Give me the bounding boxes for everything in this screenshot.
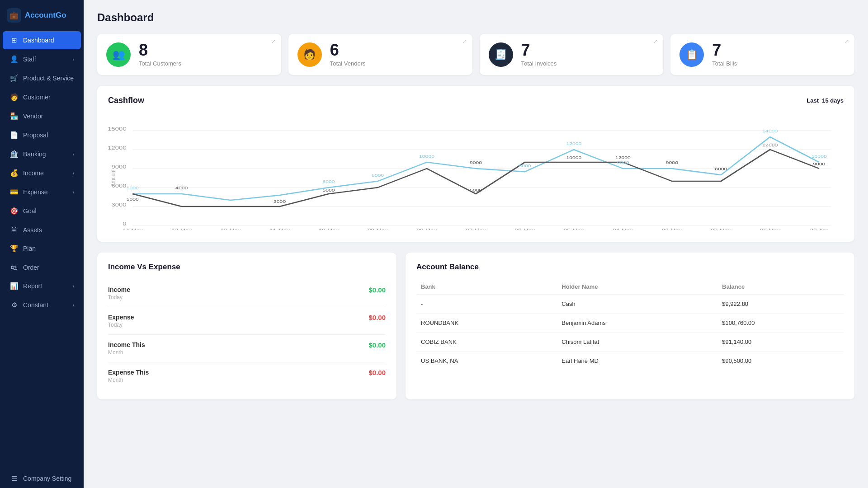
nav-label-goal: Goal [23, 207, 74, 215]
nav-item-report[interactable]: 📊 Report › [3, 277, 81, 295]
income-expense-section: Income Vs Expense Income Today $0.00 Exp… [97, 253, 396, 399]
nav-label-banking: Banking [23, 150, 68, 158]
nav-label-constant: Constant [23, 301, 68, 309]
svg-text:8000: 8000 [715, 167, 727, 171]
svg-text:15000: 15000 [108, 126, 127, 132]
expense-arrow-icon: › [73, 190, 74, 195]
cell-balance: $90,500.00 [717, 352, 844, 371]
nav-item-plan[interactable]: 🏆 Plan [3, 239, 81, 258]
stat-card-customers: ⤢ 👥 8 Total Customers [97, 34, 281, 75]
nav-label-vendor: Vendor [23, 113, 74, 120]
svg-text:02-May: 02-May [711, 228, 731, 230]
nav-item-assets[interactable]: 🏛 Assets [3, 221, 81, 239]
cell-holder: Benjamin Adams [557, 314, 717, 333]
dashboard-icon: ⊞ [9, 36, 19, 44]
nav-item-company-setting[interactable]: ☰ Company Setting [3, 469, 81, 488]
expand-icon-customers[interactable]: ⤢ [271, 38, 276, 45]
nav-label-plan: Plan [23, 245, 74, 252]
expense-month-label: Expense This [108, 369, 149, 376]
nav-item-vendor[interactable]: 🏪 Vendor [3, 107, 81, 125]
invoices-label: Total Invoices [521, 60, 557, 67]
svg-text:10000: 10000 [811, 154, 827, 159]
nav-item-banking[interactable]: 🏦 Banking › [3, 145, 81, 163]
svg-text:Amount: Amount [109, 169, 117, 187]
expand-icon-bills[interactable]: ⤢ [844, 38, 849, 45]
cell-balance: $91,140.00 [717, 333, 844, 352]
svg-text:4000: 4000 [175, 186, 188, 190]
invoices-info: 7 Total Invoices [521, 42, 557, 67]
order-icon: 🛍 [9, 263, 19, 271]
stat-card-vendors: ⤢ 🧑 6 Total Vendors [288, 34, 472, 75]
svg-text:11-May: 11-May [269, 228, 290, 230]
invoices-number: 7 [521, 42, 557, 58]
nav-label-expense: Expense [23, 188, 68, 196]
nav-item-product-service[interactable]: 🛒 Product & Service [3, 69, 81, 87]
svg-text:01-May: 01-May [760, 228, 780, 230]
nav-item-dashboard[interactable]: ⊞ Dashboard [3, 31, 81, 49]
report-icon: 📊 [9, 282, 19, 290]
svg-text:9000: 9000 [617, 160, 629, 165]
svg-text:3000: 3000 [274, 199, 286, 204]
expense-today-info: Expense Today [108, 314, 134, 328]
nav-label-company-setting: Company Setting [23, 475, 74, 482]
banking-arrow-icon: › [73, 152, 74, 157]
svg-text:10000: 10000 [566, 155, 581, 160]
expand-icon-vendors[interactable]: ⤢ [462, 38, 467, 45]
svg-text:6000: 6000 [323, 179, 335, 184]
svg-text:07-May: 07-May [466, 228, 486, 230]
banking-icon: 🏦 [9, 150, 19, 158]
income-month-sub: Month [108, 349, 145, 356]
expense-today-sub: Today [108, 322, 134, 328]
customers-icon: 👥 [106, 42, 131, 67]
nav-item-constant[interactable]: ⚙ Constant › [3, 296, 81, 314]
expand-icon-invoices[interactable]: ⤢ [653, 38, 658, 45]
customers-info: 8 Total Customers [139, 42, 181, 67]
expense-month-sub: Month [108, 377, 149, 383]
staff-icon: 👤 [9, 55, 19, 63]
expense-month-info: Expense This Month [108, 369, 149, 383]
cell-bank: US BANK, NA [416, 352, 557, 371]
nav-item-goal[interactable]: 🎯 Goal [3, 202, 81, 220]
customers-number: 8 [139, 42, 181, 58]
bills-icon: 📋 [679, 42, 704, 67]
plan-icon: 🏆 [9, 244, 19, 253]
account-balance-row: COBIZ BANK Chisom Latifat $91,140.00 [416, 333, 844, 352]
expense-today-row: Expense Today $0.00 [108, 307, 386, 335]
vendor-icon: 🏪 [9, 112, 19, 120]
expense-icon: 💳 [9, 188, 19, 196]
account-balance-title: Account Balance [416, 263, 844, 272]
constant-icon: ⚙ [9, 301, 19, 309]
income-today-label: Income [108, 286, 130, 293]
svg-text:5000: 5000 [323, 188, 335, 192]
svg-text:04-May: 04-May [613, 228, 633, 230]
account-balance-row: - Cash $9,922.80 [416, 294, 844, 314]
nav-item-expense[interactable]: 💳 Expense › [3, 183, 81, 201]
col-holder: Holder Name [557, 280, 717, 294]
expense-month-value: $0.00 [368, 369, 386, 376]
income-month-label: Income This [108, 341, 145, 348]
chart-period-value: 15 days [822, 97, 844, 104]
staff-arrow-icon: › [73, 57, 74, 62]
bottom-grid: Income Vs Expense Income Today $0.00 Exp… [97, 253, 854, 399]
income-month-info: Income This Month [108, 341, 145, 356]
account-balance-row: ROUNDBANK Benjamin Adams $100,760.00 [416, 314, 844, 333]
nav-item-income[interactable]: 💰 Income › [3, 164, 81, 182]
svg-text:06-May: 06-May [514, 228, 535, 230]
nav-item-proposal[interactable]: 📄 Proposal [3, 126, 81, 144]
invoices-icon: 🧾 [489, 42, 513, 67]
nav-label-assets: Assets [23, 226, 74, 234]
nav-item-customer[interactable]: 🧑 Customer [3, 88, 81, 106]
svg-text:30-Apr: 30-Apr [810, 228, 828, 230]
nav-label-dashboard: Dashboard [23, 37, 74, 44]
nav-item-staff[interactable]: 👤 Staff › [3, 50, 81, 68]
proposal-icon: 📄 [9, 131, 19, 139]
assets-icon: 🏛 [9, 226, 19, 234]
svg-text:12000: 12000 [762, 143, 778, 147]
report-arrow-icon: › [73, 284, 74, 289]
svg-text:8000: 8000 [519, 164, 531, 168]
bills-info: 7 Total Bills [712, 42, 737, 67]
svg-text:3000: 3000 [112, 202, 127, 208]
nav-item-order[interactable]: 🛍 Order [3, 258, 81, 276]
account-balance-section: Account Balance Bank Holder Name Balance… [406, 253, 854, 399]
page-title: Dashboard [97, 11, 854, 24]
